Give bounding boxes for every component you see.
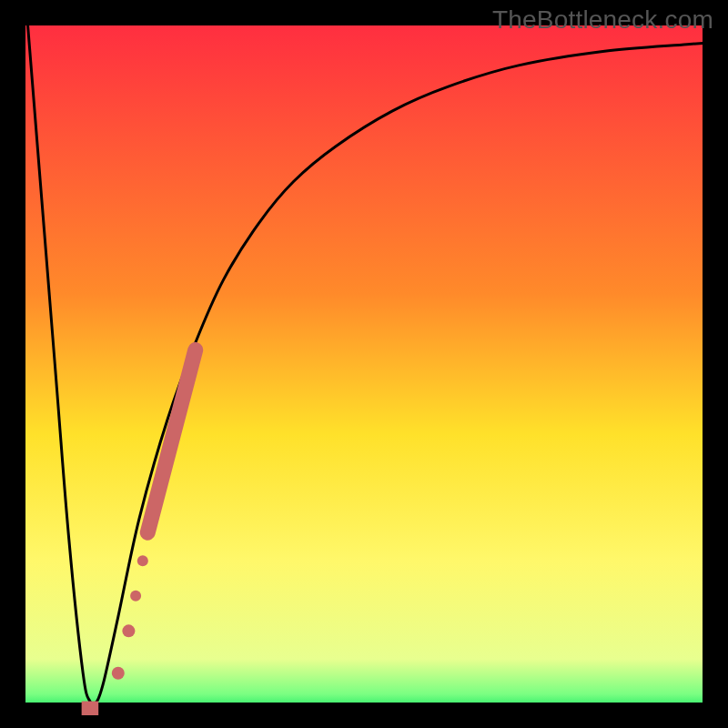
marker-dot [137, 555, 148, 566]
marker-dot [122, 624, 135, 637]
watermark-text: TheBottleneck.com [492, 5, 713, 35]
plot-background [13, 13, 715, 715]
chart-container: TheBottleneck.com [0, 0, 728, 728]
chart-svg [0, 0, 728, 728]
marker-dot [112, 667, 125, 680]
marker-dot [130, 591, 141, 602]
valley-bar [82, 702, 99, 715]
